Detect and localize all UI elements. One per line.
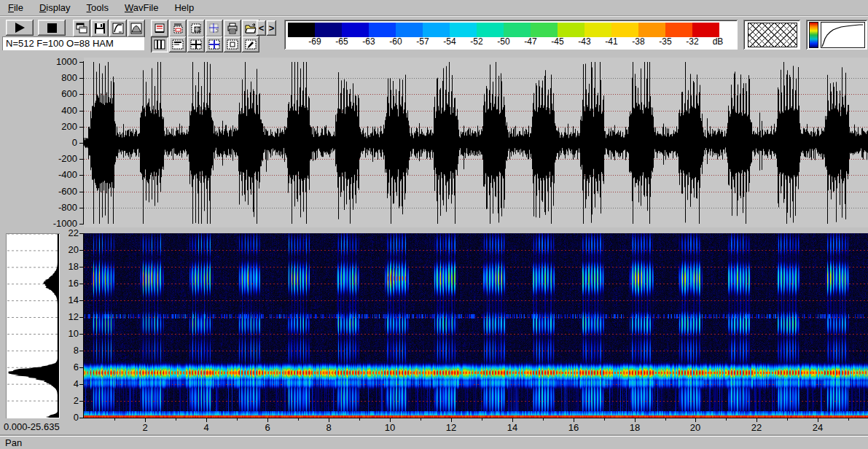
spectrogram-y-tick-label: 18 — [60, 262, 79, 272]
layout-split-icon — [190, 39, 202, 50]
avg-spectrum-shape — [8, 234, 59, 418]
spectrogram-y-tick-label: 6 — [60, 362, 79, 372]
colorscale-segment — [342, 23, 369, 37]
waveform-y-tick — [79, 208, 83, 208]
colorscale-segment — [558, 23, 584, 37]
waveform-y-tick-label: 1000 — [41, 57, 77, 67]
save-icon — [94, 23, 106, 34]
layout-quad-button[interactable] — [206, 36, 223, 52]
waveform-y-tick-label: 0 — [41, 138, 77, 148]
colorscale-tick-label: -57 — [408, 37, 437, 47]
spectrogram-x-minor-tick — [482, 418, 482, 421]
play-icon — [15, 23, 25, 33]
colorscale-segment — [692, 23, 719, 37]
waveform-y-tick — [79, 94, 83, 95]
layout-split-button[interactable] — [187, 36, 205, 52]
stop-button[interactable] — [38, 20, 66, 36]
prev-button[interactable]: < — [257, 20, 266, 36]
prev-arrow-icon: < — [259, 23, 265, 34]
layout-waveform-only-icon — [154, 39, 165, 50]
spectrogram-y-tick-label: 4 — [60, 379, 79, 389]
spectrogram-x-tick-label: 4 — [195, 423, 217, 433]
colorscale-tick-label: -65 — [327, 37, 356, 47]
statusbar-text: Pan — [5, 437, 22, 448]
menu-display-label: isplay — [46, 2, 70, 13]
menu-display[interactable]: Display — [31, 1, 79, 15]
waveform-y-tick-label: -400 — [41, 170, 77, 180]
spectrogram-y-tick — [79, 300, 83, 301]
spectrogram-display-button[interactable] — [151, 20, 168, 37]
colorscale-tick-label: -35 — [651, 37, 680, 47]
colorscale-segment — [665, 23, 692, 37]
scale-display-button[interactable] — [169, 20, 187, 37]
colorscale-segment — [611, 23, 638, 37]
spectrogram-x-minor-tick — [604, 418, 605, 421]
spectrogram-y-tick — [79, 284, 83, 284]
stop-icon — [47, 23, 57, 33]
spectrogram-x-minor-tick — [543, 418, 544, 421]
waveform-y-tick-label: -600 — [41, 187, 77, 197]
layout-spectrogram-only-icon — [172, 39, 184, 50]
sample-rate-button[interactable] — [206, 20, 223, 37]
spectrogram-x-axis — [83, 418, 868, 418]
print-button[interactable] — [224, 20, 241, 37]
menubar: File Display Tools WavFile Help — [0, 0, 868, 16]
colorscale-segment — [369, 23, 396, 37]
transfer-curve-icon — [112, 23, 124, 34]
save-button[interactable] — [91, 20, 109, 37]
transfer-curve-plot-icon — [821, 23, 864, 47]
waveform-y-tick — [79, 143, 83, 144]
menu-file[interactable]: File — [0, 1, 31, 15]
menu-wavfile[interactable]: WavFile — [117, 1, 166, 15]
spectrogram-y-tick-label: 10 — [60, 329, 79, 339]
spectrogram-y-tick-label: 14 — [60, 295, 79, 305]
spectrogram-display-icon — [154, 23, 165, 34]
transfer-curve-button[interactable] — [109, 20, 127, 37]
play-button[interactable] — [6, 20, 34, 36]
next-arrow-icon: > — [269, 23, 275, 34]
cascade-windows-button[interactable] — [73, 20, 90, 37]
layout-waveform-only-button[interactable] — [151, 36, 168, 52]
menu-help[interactable]: Help — [166, 1, 202, 15]
waveform-y-tick — [79, 78, 83, 79]
spectrogram-y-tick — [79, 233, 83, 234]
spectrogram-y-axis — [83, 233, 84, 418]
scale-display-icon — [172, 23, 184, 34]
spectrogram-y-tick-label: 0 — [60, 413, 79, 423]
level-meter-hatch-icon — [748, 23, 797, 47]
print-icon — [227, 23, 238, 34]
waveform-y-tick — [79, 192, 83, 192]
waveform-plot[interactable] — [84, 62, 868, 224]
spectrogram-x-minor-tick — [176, 418, 176, 421]
spectrogram-plot[interactable] — [84, 233, 868, 418]
spectrogram-y-tick-label: 22 — [60, 228, 79, 238]
shade-display-button[interactable] — [187, 20, 205, 37]
layout-spectrogram-only-button[interactable] — [169, 36, 187, 52]
layout-quad-icon — [208, 39, 220, 50]
spectrogram-x-minor-tick — [665, 418, 666, 421]
spectrogram-x-minor-tick — [726, 418, 727, 421]
spectrogram-x-tick-label: 2 — [134, 423, 156, 433]
colormap-gradient-icon — [809, 22, 818, 48]
analysis-params-field[interactable]: N=512 F=100 O=88 HAM — [2, 36, 144, 50]
annotate-button[interactable] — [242, 36, 259, 52]
spectrogram-x-minor-tick — [237, 418, 238, 421]
spectrogram-x-tick-label: 16 — [563, 423, 584, 433]
next-button[interactable]: > — [267, 20, 276, 36]
colorscale-segment — [477, 23, 504, 37]
colorscale-segment — [450, 23, 477, 37]
waveform-y-tick — [79, 127, 83, 128]
waveform-y-tick-label: 200 — [41, 122, 77, 132]
window-function-button[interactable] — [128, 20, 145, 37]
spectrogram-y-tick — [79, 267, 83, 268]
layout-inset-button[interactable] — [224, 36, 241, 52]
menu-file-accel: F — [8, 2, 14, 13]
spectrogram-y-tick — [79, 401, 83, 402]
waveform-y-axis — [83, 61, 84, 224]
waveform-y-tick — [79, 111, 83, 112]
spectrogram-app-window: File Display Tools WavFile Help N=512 F=… — [0, 0, 868, 449]
menu-tools[interactable]: Tools — [79, 1, 117, 15]
spectrogram-y-tick — [79, 384, 83, 385]
spectrogram-x-tick-label: 10 — [379, 423, 401, 433]
waveform-y-tick-label: -800 — [41, 203, 77, 213]
